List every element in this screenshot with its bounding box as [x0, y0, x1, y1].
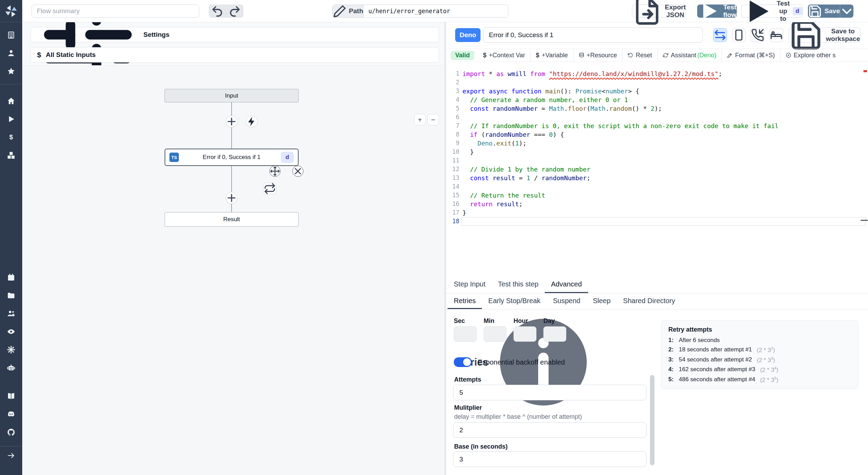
sidebar-item-discord[interactable] — [6, 409, 16, 419]
code-editor[interactable]: 1import * as wmill from "https://deno.la… — [446, 62, 868, 276]
sidebar-item-home[interactable] — [6, 96, 16, 106]
attempts-input[interactable] — [453, 385, 646, 400]
save-button[interactable]: Save — [808, 5, 840, 18]
insert-step-button[interactable] — [226, 192, 237, 204]
code-line: 8 if (randomNumber === 0) { — [446, 130, 868, 139]
tab-advanced[interactable]: Advanced — [545, 276, 588, 293]
flow-panel: Settings $ All Static Inputs + − Input T… — [22, 22, 444, 475]
min-input[interactable] — [484, 326, 507, 342]
plus-icon — [226, 116, 237, 127]
swap-arrows-icon — [713, 28, 727, 42]
sidebar-item-gear[interactable] — [6, 345, 16, 355]
flow-step-node[interactable]: TS Error if 0, Success if 1 d — [165, 149, 299, 166]
sidebar-item-users-cog[interactable] — [6, 309, 16, 318]
code-line: 16 return result; — [446, 200, 868, 208]
save-to-workspace-button[interactable]: Save to workspace — [788, 27, 860, 43]
delete-step-button[interactable] — [292, 166, 303, 177]
scrollbar-thumb[interactable] — [650, 375, 654, 465]
multiplier-input[interactable] — [453, 422, 646, 438]
flow-canvas[interactable]: + − Input TS Error if 0, Success if 1 d … — [22, 65, 444, 475]
zoom-in-button[interactable]: + — [414, 114, 426, 125]
sidebar-item-folder[interactable] — [6, 291, 16, 300]
undo-redo-group — [209, 5, 243, 18]
test-flow-button[interactable]: Test flow — [697, 5, 737, 18]
tab-retries[interactable]: Retries — [448, 293, 482, 309]
code-line: 7 // If randomNumber is 0, exit the scri… — [446, 122, 868, 130]
folder-icon — [7, 291, 15, 300]
sidebar-item-book[interactable] — [6, 391, 16, 401]
play-icon — [742, 0, 774, 27]
sidebar-item-github[interactable] — [6, 427, 16, 437]
test-up-to-button[interactable]: Test up to d — [741, 5, 803, 18]
tab-sleep[interactable]: Sleep — [586, 293, 617, 309]
trigger-step-button[interactable] — [246, 116, 258, 127]
play-icon — [698, 0, 720, 23]
early-stop-toggle-button[interactable] — [732, 28, 746, 42]
code-line: 13 const result = 1 / randomNumber; — [446, 174, 868, 182]
tab-step-input[interactable]: Step Input — [448, 276, 492, 293]
exponential-backoff-toggle[interactable] — [454, 357, 472, 367]
backoff-label: Exponential backoff enabled — [478, 358, 565, 366]
sidebar-item-user[interactable] — [6, 48, 16, 58]
test-up-to-step-badge: d — [793, 7, 802, 15]
toolbar--context-var-button[interactable]: $+Context Var — [478, 52, 530, 59]
tab-shared-directory[interactable]: Shared Directory — [617, 293, 682, 309]
hour-input[interactable] — [514, 326, 536, 342]
sidebar-item-eye[interactable] — [6, 327, 16, 336]
base-input[interactable] — [453, 451, 646, 467]
undo-button[interactable] — [209, 5, 226, 18]
dollar-icon: $ — [7, 133, 15, 141]
move-step-button[interactable] — [269, 166, 281, 177]
tab-test-this-step[interactable]: Test this step — [492, 276, 545, 293]
all-static-inputs-button[interactable]: $ All Static Inputs — [31, 47, 439, 62]
suspend-toggle-button[interactable] — [751, 28, 765, 42]
retries-toggle-button[interactable] — [713, 28, 727, 42]
insert-step-button[interactable] — [226, 116, 237, 127]
database-icon — [579, 52, 584, 58]
sleep-toggle-button[interactable] — [769, 28, 783, 42]
refresh-cw-icon — [663, 52, 668, 58]
flow-result-node[interactable]: Result — [165, 212, 299, 227]
lint-status-badge: Valid — [451, 51, 474, 60]
sidebar-item-building[interactable] — [6, 30, 16, 40]
arrow-right-icon — [7, 451, 15, 460]
path-input[interactable] — [364, 5, 508, 17]
export-json-button[interactable]: Export JSON — [632, 5, 686, 18]
sidebar-item-star[interactable] — [6, 66, 16, 76]
line-number: 3 — [446, 87, 459, 95]
toolbar-reset-button[interactable]: Reset — [623, 52, 657, 59]
line-number: 18 — [446, 217, 459, 226]
sidebar-item-cubes[interactable] — [6, 150, 16, 160]
save-dropdown-button[interactable] — [840, 5, 853, 18]
toolbar-assistant-button[interactable]: Assistant (Deno) — [658, 52, 721, 59]
step-title-input[interactable] — [483, 27, 703, 43]
editor-toolbar: Valid $+Context Var$+Variable+ResourceRe… — [446, 49, 868, 62]
toolbar-explore-other-s-button[interactable]: Explore other s — [781, 52, 841, 59]
path-label: Path — [333, 5, 364, 17]
svg-text:$: $ — [9, 133, 13, 141]
step-node-title: Error if 0, Success if 1 — [203, 154, 260, 161]
flow-summary-input[interactable] — [32, 5, 199, 18]
sidebar-item-arrow-right[interactable] — [6, 451, 16, 460]
step-retry-indicator[interactable] — [263, 183, 276, 194]
connector-line — [231, 166, 232, 212]
toolbar-format-s--button[interactable]: Format (⌘+S) — [722, 51, 780, 59]
star-icon — [7, 67, 15, 75]
windmill-logo-icon[interactable] — [4, 4, 18, 18]
sidebar-item-calendar[interactable] — [6, 273, 16, 282]
sidebar-item-robot[interactable] — [6, 363, 16, 373]
toolbar--variable-button[interactable]: $+Variable — [531, 52, 573, 59]
toolbar--resource-button[interactable]: +Resource — [574, 52, 623, 59]
line-number: 13 — [446, 174, 459, 182]
tab-suspend[interactable]: Suspend — [546, 293, 586, 309]
day-input[interactable] — [543, 326, 566, 342]
tab-early-stop-break[interactable]: Early Stop/Break — [482, 293, 546, 309]
zoom-out-button[interactable]: − — [427, 114, 439, 125]
redo-button[interactable] — [226, 5, 243, 18]
sec-input[interactable] — [454, 326, 477, 342]
flow-settings-button[interactable]: Settings — [31, 27, 439, 42]
sidebar-item-dollar[interactable]: $ — [6, 132, 16, 142]
plus-icon — [226, 192, 237, 203]
flow-input-node[interactable]: Input — [165, 89, 299, 102]
sidebar-item-play[interactable] — [6, 114, 16, 124]
